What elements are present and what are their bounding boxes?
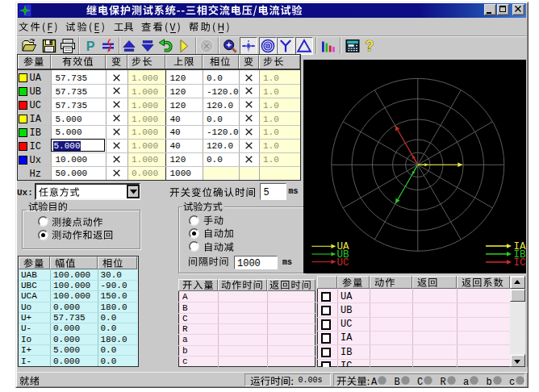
svg-text:IC: IC: [513, 257, 525, 269]
svg-text:?: ?: [366, 38, 374, 54]
svg-text:P: P: [86, 39, 95, 52]
svg-text:UC: UC: [336, 257, 349, 269]
